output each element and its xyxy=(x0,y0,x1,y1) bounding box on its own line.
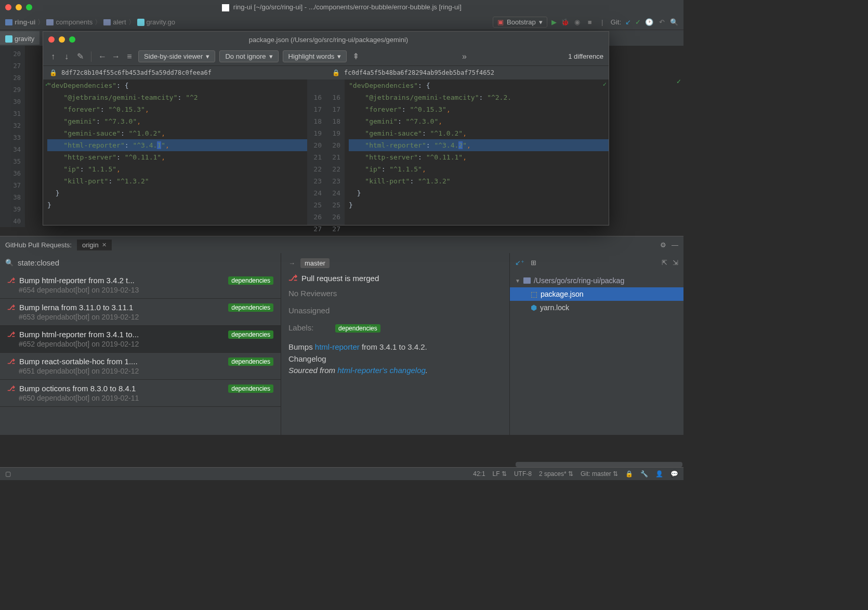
back-button[interactable]: ← xyxy=(98,52,107,61)
highlight-mode-select[interactable]: Highlight words▾ xyxy=(283,50,347,62)
breadcrumb-item[interactable]: components xyxy=(46,18,93,26)
pr-title: Bump lerna from 3.11.0 to 3.11.1 xyxy=(19,303,224,312)
diff-titlebar: package.json (/Users/go/src/ring-ui/pack… xyxy=(43,32,609,47)
run-config-select[interactable]: ▣ Bootstrap ▾ xyxy=(493,17,547,28)
viewer-mode-select[interactable]: Side-by-side viewer▾ xyxy=(138,50,215,62)
pr-tab-actions: ⚙ — xyxy=(660,241,678,249)
search-button[interactable]: 🔍 xyxy=(670,18,678,26)
prev-diff-button[interactable]: ↑ xyxy=(48,52,58,61)
group-icon[interactable]: ⊞ xyxy=(531,259,536,267)
pr-subtitle: #654 dependabot[bot] on 2019-02-13 xyxy=(7,286,273,294)
undo-button[interactable]: ↶ xyxy=(657,18,666,26)
ignore-mode-select[interactable]: Do not ignore▾ xyxy=(219,50,278,62)
cursor-position[interactable]: 42:1 xyxy=(473,470,485,478)
pr-link[interactable]: html-reporter xyxy=(315,342,360,351)
pr-title: Bump react-sortable-hoc from 1.... xyxy=(19,357,224,366)
run-button[interactable]: ▶ xyxy=(551,18,557,26)
pr-list-item[interactable]: ⎇Bump octicons from 8.3.0 to 8.4.1depend… xyxy=(0,380,281,407)
diff-title: package.json (/Users/go/src/ring-ui/pack… xyxy=(54,36,603,44)
label-badge: dependencies xyxy=(228,330,273,339)
diff-right-pane[interactable]: 161718192021222324252627 ✓ "devDependenc… xyxy=(326,79,609,225)
gutter-line: 22 xyxy=(326,163,345,175)
inspector-icon[interactable]: 👤 xyxy=(655,470,663,478)
breadcrumb-item[interactable]: gravity.go xyxy=(137,18,175,26)
tool-windows-icon[interactable]: ▢ xyxy=(5,470,11,478)
collapse-all-icon[interactable]: ⇲ xyxy=(673,259,678,267)
tree-folder-row[interactable]: ▼ /Users/go/src/ring-ui/packag xyxy=(510,274,683,287)
pr-subtitle: #652 dependabot[bot] on 2019-02-12 xyxy=(7,340,273,348)
diff-right-code: ✓ "devDependencies": { "@jetbrains/gemin… xyxy=(345,79,609,225)
pr-files-panel: ↙⁺ ⊞ ⇱ ⇲ ▼ /Users/go/src/ring-ui/packag … xyxy=(509,253,683,435)
editor-gutter: 202728293031323334353637383940 xyxy=(0,46,25,227)
line-ending[interactable]: LF ⇅ xyxy=(493,470,507,478)
git-update-button[interactable]: ↙ xyxy=(625,18,631,26)
close-icon[interactable]: ✕ xyxy=(102,242,107,248)
coverage-button[interactable]: ◉ xyxy=(573,18,582,26)
expand-button[interactable]: » xyxy=(459,52,469,61)
git-commit-button[interactable]: ✓ xyxy=(635,18,641,26)
forward-button[interactable]: → xyxy=(111,52,121,61)
inspection-ok-icon: ✓ xyxy=(676,78,681,85)
code-line: "gemini": "^7.3.0", xyxy=(349,115,609,127)
code-line: "devDependencies": { xyxy=(349,79,609,91)
git-branch[interactable]: Git: master ⇅ xyxy=(581,470,618,478)
minimize-panel-icon[interactable]: — xyxy=(672,241,678,249)
pr-search-input[interactable] xyxy=(18,258,116,267)
diff-left-gutter: 161718192021222324252627 xyxy=(307,79,326,225)
tree-file-row[interactable]: ⬚ package.json xyxy=(510,287,683,301)
lock-icon[interactable]: 🔒 xyxy=(625,470,633,478)
gear-icon[interactable]: ⚙ xyxy=(660,241,666,249)
horizontal-scrollbar[interactable] xyxy=(516,462,682,467)
gutter-line: 23 xyxy=(307,175,326,187)
code-line: "ip": "^1.1.5", xyxy=(349,163,609,175)
next-diff-button[interactable]: ↓ xyxy=(62,52,71,61)
gutter-line: 28 xyxy=(0,72,25,84)
tree-file-row[interactable]: ⬢ yarn.lock xyxy=(510,301,683,314)
pr-list-item[interactable]: ⎇Bump lerna from 3.11.0 to 3.11.1depende… xyxy=(0,299,281,326)
gutter-line: 39 xyxy=(0,203,25,215)
status-right: 42:1 LF ⇅ UTF-8 2 spaces* ⇅ Git: master … xyxy=(473,470,678,478)
pr-icon: ⎇ xyxy=(7,303,15,311)
stop-button[interactable]: ■ xyxy=(586,18,594,26)
diff-window: package.json (/Users/go/src/ring-ui/pack… xyxy=(43,31,609,226)
expand-all-icon[interactable]: ⇱ xyxy=(662,259,667,267)
target-branch: master xyxy=(300,258,330,268)
chevron-down-icon: ▾ xyxy=(539,18,543,26)
pr-origin-tab[interactable]: origin ✕ xyxy=(77,240,112,250)
diff-left-pane[interactable]: ✓ "devDependencies": { "@jetbrains/gemin… xyxy=(43,79,326,225)
pr-tab-bar: GitHub Pull Requests: origin ✕ ⚙ — xyxy=(0,236,683,253)
notifications-icon[interactable]: 💬 xyxy=(670,470,678,478)
pr-search-bar[interactable]: 🔍 xyxy=(0,253,281,272)
code-line: } xyxy=(349,187,609,199)
arrow-right-icon: → xyxy=(288,259,295,267)
pr-link[interactable]: html-reporter's changelog xyxy=(337,366,426,375)
collapse-button[interactable]: ⇞ xyxy=(351,51,360,61)
indent[interactable]: 2 spaces* ⇅ xyxy=(539,470,573,478)
label-badge: dependencies xyxy=(335,324,380,333)
encoding[interactable]: UTF-8 xyxy=(514,470,532,478)
gutter-line: 26 xyxy=(326,211,345,223)
edit-button[interactable]: ✎ xyxy=(75,51,85,61)
diff-body: ✓ "devDependencies": { "@jetbrains/gemin… xyxy=(43,79,609,225)
go-file-icon xyxy=(5,35,12,43)
file-tree: ▼ /Users/go/src/ring-ui/packag ⬚ package… xyxy=(510,272,683,316)
code-line: } xyxy=(47,187,307,199)
debug-button[interactable]: 🐞 xyxy=(561,18,569,26)
code-line: "@jetbrains/gemini-teamcity": "^2.2. xyxy=(349,91,609,103)
label-badge: dependencies xyxy=(228,384,273,393)
checkout-icon[interactable]: ↙⁺ xyxy=(515,259,524,267)
pr-list-item[interactable]: ⎇Bump html-reporter from 3.4.1 to...depe… xyxy=(0,326,281,353)
pr-list-item[interactable]: ⎇Bump react-sortable-hoc from 1....depen… xyxy=(0,353,281,380)
breadcrumb-item[interactable]: alert xyxy=(103,18,126,26)
gutter-line: 27 xyxy=(307,223,326,235)
history-button[interactable]: 🕑 xyxy=(645,18,653,26)
list-button[interactable]: ≡ xyxy=(125,52,134,61)
code-line: "http-server": "^0.11.1", xyxy=(47,151,307,163)
gutter-line: 35 xyxy=(0,155,25,167)
code-line: "kill-port": "^1.3.2" xyxy=(47,175,307,187)
pr-list-item[interactable]: ⎇Bump html-reporter from 3.4.2 t...depen… xyxy=(0,272,281,299)
breadcrumb-item[interactable]: ring-ui xyxy=(5,18,35,26)
wrench-icon[interactable]: 🔧 xyxy=(640,470,648,478)
editor-tab[interactable]: gravity xyxy=(0,31,40,45)
pr-icon: ⎇ xyxy=(7,330,15,338)
